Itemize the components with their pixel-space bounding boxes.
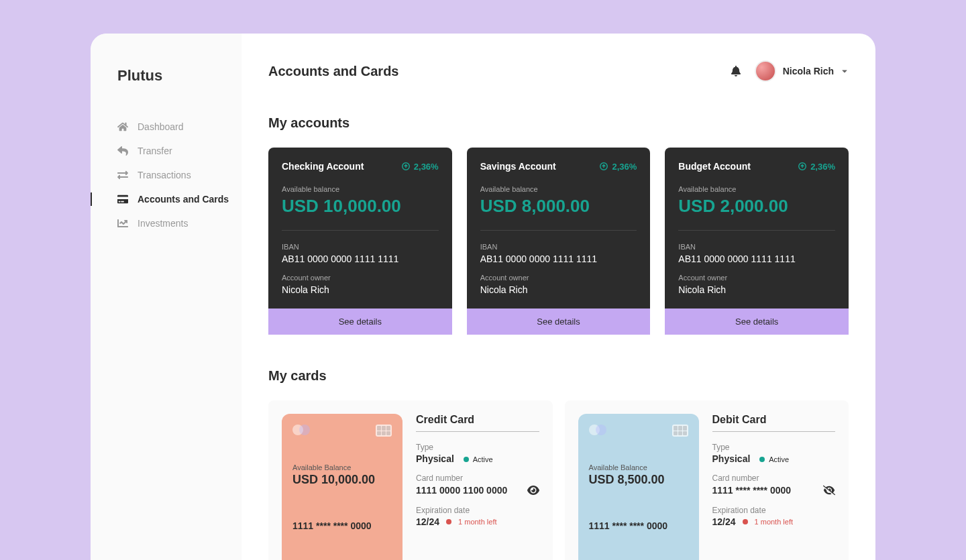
card-number-label: Card number	[416, 473, 539, 483]
card-visual-balance: USD 10,000.00	[292, 473, 392, 487]
sidebar-item-label: Investments	[138, 218, 188, 229]
account-change: 2,36%	[401, 162, 439, 172]
card-visual-balance: USD 8,500.00	[589, 473, 688, 487]
account-balance: USD 2,000.00	[678, 196, 835, 217]
header-right: Nicola Rich	[731, 60, 849, 82]
credit-card-icon	[117, 194, 128, 205]
card-logo-icon	[589, 425, 606, 435]
balance-label: Available balance	[678, 185, 835, 193]
see-details-button[interactable]: See details	[467, 309, 651, 335]
account-card: Checking Account 2,36% Available balance…	[268, 148, 452, 335]
home-icon	[117, 121, 128, 132]
expiry-label: Expiration date	[712, 506, 836, 515]
account-name: Budget Account	[678, 161, 751, 172]
card-title: Credit Card	[416, 414, 539, 432]
sidebar: Plutus Dashboard Transfer Transactions A…	[91, 34, 241, 560]
chevron-down-icon	[841, 67, 849, 75]
user-menu[interactable]: Nicola Rich	[755, 60, 849, 82]
card-panel: Available Balance USD 10,000.00 1111 ***…	[268, 400, 553, 560]
status-text: Active	[473, 455, 493, 463]
card-visual-number: 1111 **** **** 0000	[292, 520, 392, 531]
account-balance: USD 10,000.00	[282, 196, 439, 217]
account-change: 2,36%	[798, 162, 835, 172]
status-dot-icon	[759, 457, 765, 462]
owner-label: Account owner	[282, 274, 439, 282]
page-title: Accounts and Cards	[268, 64, 398, 79]
bell-icon[interactable]	[731, 66, 741, 76]
card-number-value: 1111 **** **** 0000	[712, 485, 792, 496]
see-details-button[interactable]: See details	[665, 309, 849, 335]
section-title-accounts: My accounts	[268, 115, 849, 131]
card-number-value: 1111 0000 1100 0000	[416, 485, 507, 496]
status-dot-icon	[464, 457, 469, 462]
status-text: Active	[769, 455, 789, 463]
card-panel: Available Balance USD 8,500.00 1111 ****…	[565, 400, 849, 560]
sidebar-item-dashboard[interactable]: Dashboard	[91, 115, 241, 139]
card-visual-number: 1111 **** **** 0000	[589, 520, 688, 531]
header: Accounts and Cards Nicola Rich	[268, 60, 849, 82]
account-change: 2,36%	[599, 162, 637, 172]
reply-icon	[117, 146, 128, 156]
warning-dot-icon	[743, 519, 748, 524]
type-value: Physical Active	[416, 453, 539, 464]
account-iban: AB11 0000 0000 1111 1111	[678, 254, 835, 264]
card-balance-label: Available Balance	[589, 463, 688, 471]
chart-line-icon	[117, 218, 128, 229]
iban-label: IBAN	[282, 243, 439, 251]
sidebar-item-label: Accounts and Cards	[138, 194, 229, 205]
card-title: Debit Card	[712, 414, 836, 432]
card-details: Credit Card Type Physical Active Card nu…	[416, 414, 539, 560]
avatar	[755, 60, 776, 82]
eye-icon[interactable]	[527, 484, 539, 496]
owner-label: Account owner	[678, 274, 835, 282]
expiry-value: 12/24	[712, 516, 736, 527]
account-name: Checking Account	[282, 161, 364, 172]
balance-label: Available balance	[282, 185, 439, 193]
sidebar-item-transfer[interactable]: Transfer	[91, 139, 241, 163]
app-window: Plutus Dashboard Transfer Transactions A…	[91, 34, 875, 560]
owner-label: Account owner	[480, 274, 637, 282]
account-owner: Nicola Rich	[480, 284, 637, 295]
balance-label: Available balance	[480, 185, 637, 193]
arrow-up-circle-icon	[401, 162, 411, 171]
account-iban: AB11 0000 0000 1111 1111	[480, 254, 637, 264]
card-visual: Available Balance USD 8,500.00 1111 ****…	[578, 414, 699, 560]
iban-label: IBAN	[480, 243, 637, 251]
card-balance-label: Available Balance	[292, 463, 392, 471]
type-label: Type	[712, 443, 836, 452]
sidebar-item-transactions[interactable]: Transactions	[91, 163, 241, 187]
arrow-up-circle-icon	[798, 162, 807, 171]
iban-label: IBAN	[678, 243, 835, 251]
user-name: Nicola Rich	[783, 66, 834, 76]
expiry-warning: 1 month left	[755, 518, 793, 526]
sidebar-item-label: Dashboard	[138, 121, 184, 132]
card-details: Debit Card Type Physical Active Card num…	[712, 414, 836, 560]
account-owner: Nicola Rich	[282, 284, 439, 295]
account-balance: USD 8,000.00	[480, 196, 637, 217]
type-label: Type	[416, 443, 539, 452]
sidebar-item-accounts-cards[interactable]: Accounts and Cards	[91, 187, 241, 211]
section-title-cards: My cards	[268, 368, 849, 384]
sidebar-item-investments[interactable]: Investments	[91, 211, 241, 235]
warning-dot-icon	[446, 519, 451, 524]
cards-row: Available Balance USD 10,000.00 1111 ***…	[268, 400, 849, 560]
brand-logo: Plutus	[91, 67, 241, 85]
card-number-label: Card number	[712, 473, 836, 483]
type-value: Physical Active	[712, 453, 836, 464]
see-details-button[interactable]: See details	[268, 309, 452, 335]
account-iban: AB11 0000 0000 1111 1111	[282, 254, 439, 264]
expiry-warning: 1 month left	[458, 518, 496, 526]
account-card: Budget Account 2,36% Available balance U…	[665, 148, 849, 335]
accounts-row: Checking Account 2,36% Available balance…	[268, 148, 849, 335]
main-content: Accounts and Cards Nicola Rich My accoun…	[241, 34, 875, 560]
exchange-icon	[117, 170, 128, 180]
card-logo-icon	[292, 425, 310, 435]
sidebar-item-label: Transactions	[138, 170, 191, 180]
sidebar-item-label: Transfer	[138, 146, 172, 156]
expiry-label: Expiration date	[416, 506, 539, 515]
eye-slash-icon[interactable]	[823, 484, 835, 496]
account-owner: Nicola Rich	[678, 284, 835, 295]
chip-icon	[376, 425, 392, 437]
chip-icon	[672, 425, 688, 437]
account-name: Savings Account	[480, 161, 556, 172]
